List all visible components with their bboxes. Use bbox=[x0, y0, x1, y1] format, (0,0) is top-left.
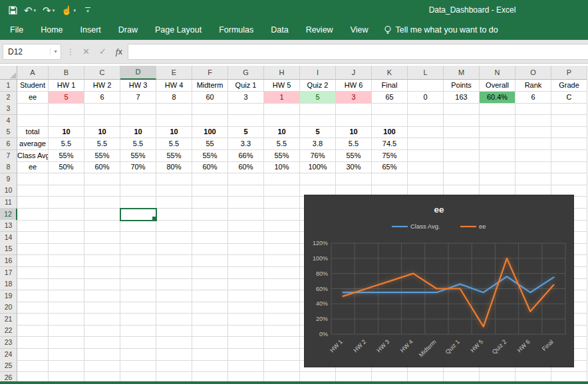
cell-E25[interactable] bbox=[156, 360, 192, 372]
row-header-19[interactable]: 19 bbox=[0, 290, 17, 302]
cell-B10[interactable] bbox=[49, 185, 84, 197]
row-header-14[interactable]: 14 bbox=[0, 232, 17, 244]
cell-L2[interactable]: 0 bbox=[408, 92, 444, 104]
cell-O9[interactable] bbox=[515, 173, 551, 185]
cell-P8[interactable] bbox=[551, 161, 587, 173]
cell-C5[interactable]: 10 bbox=[84, 126, 120, 138]
cell-O3[interactable] bbox=[515, 103, 551, 115]
row-header-24[interactable]: 24 bbox=[0, 349, 17, 361]
cell-E13[interactable] bbox=[156, 220, 192, 232]
cell-G4[interactable] bbox=[228, 115, 264, 127]
cell-I5[interactable]: 5 bbox=[300, 126, 336, 138]
cell-F7[interactable]: 55% bbox=[192, 150, 228, 162]
cell-F11[interactable] bbox=[192, 197, 228, 209]
cell-C1[interactable]: HW 2 bbox=[84, 80, 120, 92]
cell-G15[interactable] bbox=[228, 243, 264, 255]
cell-A7[interactable]: Class Avg. bbox=[17, 150, 49, 162]
cell-C21[interactable] bbox=[84, 314, 120, 326]
cell-P5[interactable] bbox=[551, 126, 587, 138]
cell-D12[interactable] bbox=[120, 209, 156, 221]
cell-A2[interactable]: ee bbox=[17, 92, 49, 104]
cell-H1[interactable]: HW 5 bbox=[264, 80, 300, 92]
cell-K4[interactable] bbox=[372, 115, 408, 127]
cell-F18[interactable] bbox=[192, 278, 228, 290]
cell-A24[interactable] bbox=[17, 349, 49, 361]
cell-L5[interactable] bbox=[408, 126, 444, 138]
cell-E2[interactable]: 8 bbox=[156, 92, 192, 104]
cell-D1[interactable]: HW 3 bbox=[120, 80, 156, 92]
cell-O2[interactable]: 6 bbox=[515, 92, 551, 104]
cell-M2[interactable]: 163 bbox=[444, 92, 480, 104]
cell-N6[interactable] bbox=[480, 138, 515, 150]
cell-D16[interactable] bbox=[120, 255, 156, 267]
cell-F13[interactable] bbox=[192, 220, 228, 232]
cell-F17[interactable] bbox=[192, 267, 228, 279]
cell-D14[interactable] bbox=[120, 232, 156, 244]
cell-B20[interactable] bbox=[49, 302, 84, 314]
cell-G16[interactable] bbox=[228, 255, 264, 267]
cell-J5[interactable]: 10 bbox=[336, 126, 372, 138]
customize-toolbar-icon[interactable]: ▾ bbox=[80, 6, 92, 15]
formula-input[interactable] bbox=[128, 44, 588, 60]
cell-K5[interactable]: 100 bbox=[372, 126, 408, 138]
row-header-16[interactable]: 16 bbox=[0, 255, 17, 267]
row-header-20[interactable]: 20 bbox=[0, 302, 17, 314]
cell-M3[interactable] bbox=[444, 103, 480, 115]
cell-F15[interactable] bbox=[192, 243, 228, 255]
cell-B16[interactable] bbox=[49, 255, 84, 267]
cell-G14[interactable] bbox=[228, 232, 264, 244]
cell-C12[interactable] bbox=[84, 209, 120, 221]
cell-B15[interactable] bbox=[49, 243, 84, 255]
cell-G9[interactable] bbox=[228, 173, 264, 185]
cell-B7[interactable]: 55% bbox=[49, 150, 84, 162]
cell-H22[interactable] bbox=[264, 325, 300, 337]
cell-C2[interactable]: 6 bbox=[84, 92, 120, 104]
cell-H18[interactable] bbox=[264, 278, 300, 290]
cell-J1[interactable]: HW 6 bbox=[336, 80, 372, 92]
cell-C24[interactable] bbox=[84, 349, 120, 361]
cell-P4[interactable] bbox=[551, 115, 587, 127]
cell-H13[interactable] bbox=[264, 220, 300, 232]
column-header-A[interactable]: A bbox=[17, 66, 49, 80]
cell-H24[interactable] bbox=[264, 349, 300, 361]
cell-E14[interactable] bbox=[156, 232, 192, 244]
touch-mode-icon[interactable]: ☝▾ bbox=[59, 5, 78, 16]
row-header-2[interactable]: 2 bbox=[0, 92, 17, 104]
cell-J3[interactable] bbox=[336, 103, 372, 115]
cell-E20[interactable] bbox=[156, 302, 192, 314]
cell-D22[interactable] bbox=[120, 325, 156, 337]
cell-F8[interactable]: 60% bbox=[192, 161, 228, 173]
cell-K6[interactable]: 74.5 bbox=[372, 138, 408, 150]
cell-E3[interactable] bbox=[156, 103, 192, 115]
embedded-chart[interactable]: 0%20%40%60%80%100%120%HW 1HW 2HW 3HW 4Mi… bbox=[304, 195, 574, 367]
cell-F22[interactable] bbox=[192, 325, 228, 337]
cell-O7[interactable] bbox=[515, 150, 551, 162]
cell-H21[interactable] bbox=[264, 314, 300, 326]
row-header-10[interactable]: 10 bbox=[0, 185, 17, 197]
cell-B22[interactable] bbox=[49, 325, 84, 337]
cell-B2[interactable]: 5 bbox=[49, 92, 84, 104]
cell-L9[interactable] bbox=[408, 173, 444, 185]
cell-M7[interactable] bbox=[444, 150, 480, 162]
cell-B13[interactable] bbox=[49, 220, 84, 232]
cell-E18[interactable] bbox=[156, 278, 192, 290]
cell-H19[interactable] bbox=[264, 290, 300, 302]
cell-D11[interactable] bbox=[120, 197, 156, 209]
row-header-15[interactable]: 15 bbox=[0, 243, 17, 255]
cell-B19[interactable] bbox=[49, 290, 84, 302]
cell-A6[interactable]: average bbox=[17, 138, 49, 150]
column-header-F[interactable]: F bbox=[192, 66, 228, 80]
cell-N8[interactable] bbox=[480, 161, 515, 173]
cell-C6[interactable]: 5.5 bbox=[84, 138, 120, 150]
cell-A25[interactable] bbox=[17, 360, 49, 372]
cell-D3[interactable] bbox=[120, 103, 156, 115]
cell-O1[interactable]: Rank bbox=[515, 80, 551, 92]
cell-H10[interactable] bbox=[264, 185, 300, 197]
cell-D20[interactable] bbox=[120, 302, 156, 314]
cell-O6[interactable] bbox=[515, 138, 551, 150]
cell-H15[interactable] bbox=[264, 243, 300, 255]
row-header-18[interactable]: 18 bbox=[0, 278, 17, 290]
cell-C16[interactable] bbox=[84, 255, 120, 267]
cell-G23[interactable] bbox=[228, 337, 264, 349]
cell-J8[interactable]: 30% bbox=[336, 161, 372, 173]
